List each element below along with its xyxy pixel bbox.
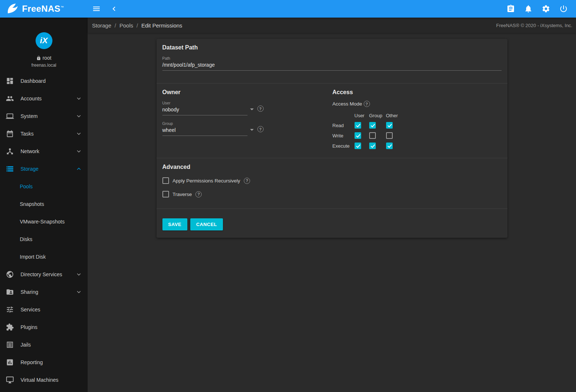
sidebar-item-network[interactable]: Network xyxy=(0,143,88,160)
apply-permissions-recursively-label: Apply Permissions Recursively xyxy=(173,178,241,184)
checkbox-read-other[interactable] xyxy=(386,122,393,129)
checkbox-write-user[interactable] xyxy=(355,132,361,139)
sidebar-item-jails[interactable]: Jails xyxy=(0,336,88,354)
power-icon[interactable] xyxy=(556,1,571,16)
sidebar-subitem-label: VMware-Snapshots xyxy=(20,219,65,225)
dashboard-icon xyxy=(6,77,15,85)
dropdown-arrow-icon[interactable] xyxy=(250,129,254,131)
access-row-label-read: Read xyxy=(333,123,355,128)
sidebar-item-tasks[interactable]: Tasks xyxy=(0,125,88,143)
folder-shared-icon xyxy=(6,288,15,296)
access-column: Access Access Mode User Group Other Read xyxy=(333,89,502,149)
sidebar-item-label: Services xyxy=(21,307,82,313)
access-mode-help-icon[interactable] xyxy=(364,101,370,107)
sidebar-item-virtual-machines[interactable]: Virtual Machines xyxy=(0,371,88,389)
user-help-icon[interactable] xyxy=(257,106,264,112)
traverse-help-icon[interactable] xyxy=(195,191,202,197)
checkbox-write-group[interactable] xyxy=(369,132,376,139)
path-field-label: Path xyxy=(162,56,502,60)
access-mode-row: Access Mode xyxy=(333,101,502,107)
access-col-header-user: User xyxy=(355,113,369,118)
topbar: FreeNAS™ xyxy=(0,0,576,18)
sidebar: iX root freenas.local Dashboard Accounts xyxy=(0,18,88,392)
sidebar-subitem-label: Import Disk xyxy=(20,254,46,260)
sidebar-item-label: Accounts xyxy=(21,96,75,101)
freenas-logo-icon xyxy=(5,1,20,16)
chevron-down-icon xyxy=(75,271,82,278)
path-field-value[interactable]: /mnt/pool1/afp_storage xyxy=(162,60,502,71)
lock-icon xyxy=(36,56,41,60)
calendar-icon xyxy=(6,129,15,138)
dropdown-arrow-icon[interactable] xyxy=(250,108,254,110)
group-select[interactable]: Group wheel xyxy=(162,121,247,136)
breadcrumb-pools[interactable]: Pools xyxy=(120,22,133,29)
checkbox-traverse[interactable] xyxy=(162,191,169,197)
group-help-icon[interactable] xyxy=(257,126,264,132)
group-select-label: Group xyxy=(162,121,247,126)
access-row-label-write: Write xyxy=(333,133,355,138)
sidebar-subitem-pools[interactable]: Pools xyxy=(0,178,88,195)
user-select-label: User xyxy=(162,101,247,105)
sidebar-item-label: Network xyxy=(21,148,75,154)
checkbox-execute-group[interactable] xyxy=(369,143,376,149)
owner-column: Owner User nobody Group xyxy=(162,89,333,149)
breadcrumb-separator: / xyxy=(115,22,116,29)
sidebar-subitem-snapshots[interactable]: Snapshots xyxy=(0,195,88,213)
chevron-down-icon xyxy=(75,288,82,296)
access-col-header-group: Group xyxy=(369,113,386,118)
checkbox-execute-other[interactable] xyxy=(386,143,393,149)
sidebar-item-directory-services[interactable]: Directory Services xyxy=(0,266,88,283)
sidebar-subitem-disks[interactable]: Disks xyxy=(0,230,88,248)
sidebar-item-sharing[interactable]: Sharing xyxy=(0,283,88,301)
sidebar-item-dashboard[interactable]: Dashboard xyxy=(0,72,88,90)
computer-icon xyxy=(6,112,15,121)
sidebar-subitem-vmware-snapshots[interactable]: VMware-Snapshots xyxy=(0,213,88,230)
settings-gear-icon[interactable] xyxy=(539,1,553,16)
sidebar-subitem-label: Disks xyxy=(20,236,32,242)
access-col-header-other: Other xyxy=(386,113,404,118)
path-field[interactable]: Path /mnt/pool1/afp_storage xyxy=(162,56,502,71)
sidebar-item-system[interactable]: System xyxy=(0,107,88,125)
sidebar-item-label: Storage xyxy=(21,166,75,172)
sidebar-item-plugins[interactable]: Plugins xyxy=(0,318,88,336)
apply-recursively-help-icon[interactable] xyxy=(244,178,250,184)
back-chevron-icon[interactable] xyxy=(107,1,121,16)
save-button[interactable]: SAVE xyxy=(162,218,187,230)
storage-icon xyxy=(6,164,15,173)
sidebar-item-reporting[interactable]: Reporting xyxy=(0,354,88,371)
sidebar-item-accounts[interactable]: Accounts xyxy=(0,90,88,107)
advanced-option-row: Apply Permissions Recursively xyxy=(162,177,502,184)
copyright-text: FreeNAS® © 2020 - iXsystems, Inc. xyxy=(496,23,572,28)
breadcrumb-current: Edit Permissions xyxy=(141,22,182,29)
sidebar-item-storage[interactable]: Storage xyxy=(0,160,88,178)
group-select-value[interactable]: wheel xyxy=(162,126,247,136)
checkbox-write-other[interactable] xyxy=(386,132,393,139)
chevron-up-icon xyxy=(75,165,82,173)
checkbox-apply-permissions-recursively[interactable] xyxy=(162,177,169,184)
user-select[interactable]: User nobody xyxy=(162,101,247,115)
sidebar-item-services[interactable]: Services xyxy=(0,301,88,318)
sidebar-item-label: Reporting xyxy=(21,359,82,365)
sidebar-nav: Dashboard Accounts System Tasks Network xyxy=(0,72,88,389)
menu-icon[interactable] xyxy=(89,1,104,16)
breadcrumb-bar: Storage / Pools / Edit Permissions FreeN… xyxy=(88,18,576,33)
clipboard-icon[interactable] xyxy=(503,1,518,16)
user-select-value[interactable]: nobody xyxy=(162,105,247,115)
checkbox-execute-user[interactable] xyxy=(355,143,361,149)
section-title-advanced: Advanced xyxy=(162,164,502,170)
section-title-access: Access xyxy=(333,89,502,96)
breadcrumb-storage[interactable]: Storage xyxy=(92,22,111,29)
tune-icon xyxy=(6,305,15,314)
username: root xyxy=(43,55,51,61)
cancel-button[interactable]: CANCEL xyxy=(190,218,223,230)
ix-logo: iX xyxy=(36,32,52,49)
puzzle-icon xyxy=(6,323,15,332)
sidebar-item-label: Directory Services xyxy=(21,271,75,277)
edit-permissions-card: Dataset Path Path /mnt/pool1/afp_storage… xyxy=(157,39,507,238)
sidebar-subitem-import-disk[interactable]: Import Disk xyxy=(0,248,88,266)
chevron-down-icon xyxy=(75,112,82,120)
checkbox-read-group[interactable] xyxy=(369,122,376,129)
breadcrumb: Storage / Pools / Edit Permissions xyxy=(92,22,182,29)
notifications-bell-icon[interactable] xyxy=(521,1,536,16)
checkbox-read-user[interactable] xyxy=(355,122,361,129)
